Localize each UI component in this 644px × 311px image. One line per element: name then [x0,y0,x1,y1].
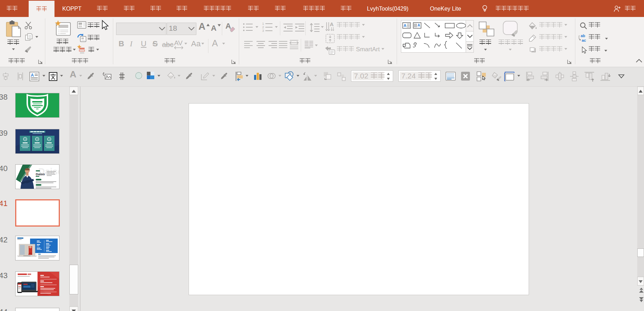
svg-text:A: A [404,23,407,28]
svg-text:Daiso: Daiso [36,172,45,176]
svg-text:2: 2 [262,25,264,29]
svg-text:1: 1 [262,22,264,25]
svg-text:A: A [31,73,34,78]
svg-text:A: A [418,23,420,27]
svg-text:ab: ab [581,34,585,38]
svg-text:ac: ac [582,38,586,42]
svg-text:A: A [330,21,334,27]
svg-text:3: 3 [262,29,264,33]
